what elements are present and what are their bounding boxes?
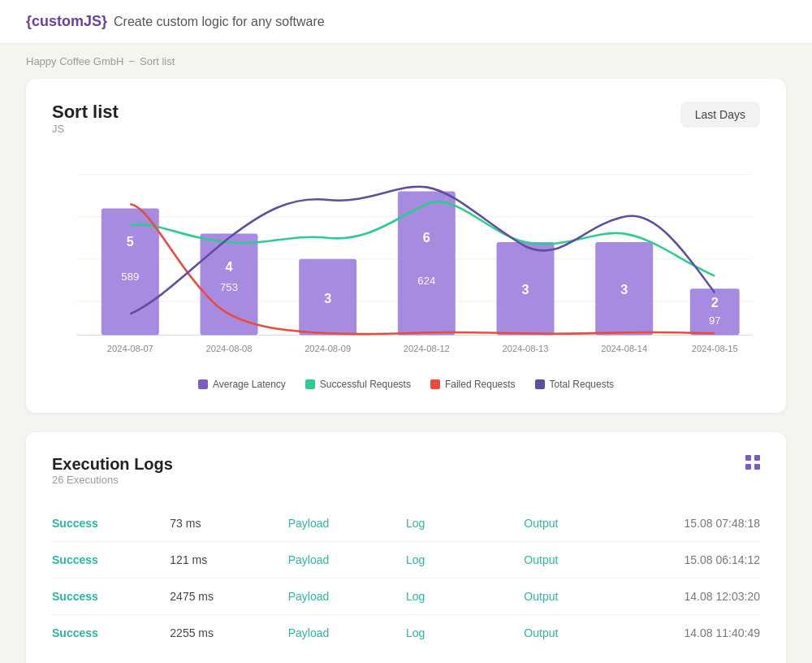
svg-text:753: 753 — [220, 281, 238, 293]
chart-card: Sort list JS Last Days 5 589 4 — [26, 79, 786, 413]
legend-label-successful-requests: Successful Requests — [320, 379, 411, 390]
log-output[interactable]: Output — [524, 553, 641, 566]
table-row: Success 2475 ms Payload Log Output 14.08… — [52, 578, 760, 615]
log-output[interactable]: Output — [524, 590, 641, 603]
legend-dot-total-requests — [535, 379, 545, 389]
log-table: Success 73 ms Payload Log Output 15.08 0… — [52, 505, 760, 651]
table-row: Success 121 ms Payload Log Output 15.08 … — [52, 542, 760, 578]
log-ms: 73 ms — [170, 517, 287, 530]
svg-text:624: 624 — [417, 275, 436, 287]
log-payload[interactable]: Payload — [288, 517, 406, 530]
chart-card-header: Sort list JS Last Days — [52, 102, 760, 151]
svg-text:5: 5 — [127, 234, 134, 249]
header: {customJS} Create custom logic for any s… — [0, 0, 812, 44]
log-timestamp: 14.08 12:03:20 — [642, 590, 760, 603]
log-log[interactable]: Log — [406, 517, 524, 530]
legend-failed-requests: Failed Requests — [430, 379, 516, 390]
breadcrumb: Happy Coffee GmbH − Sort list — [0, 44, 812, 79]
log-timestamp: 15.08 06:14:12 — [642, 553, 760, 566]
grid-icon[interactable] — [745, 455, 760, 470]
log-output[interactable]: Output — [524, 517, 641, 530]
exec-subtitle: 26 Executions — [52, 474, 173, 486]
svg-text:2024-08-09: 2024-08-09 — [304, 344, 351, 353]
chart-legend: Average Latency Successful Requests Fail… — [52, 379, 760, 390]
log-timestamp: 15.08 07:48:18 — [642, 517, 760, 530]
log-status: Success — [52, 590, 170, 603]
chart-container: 5 589 4 753 3 6 624 3 3 — [52, 158, 760, 369]
legend-label-failed-requests: Failed Requests — [445, 379, 516, 390]
svg-text:2024-08-12: 2024-08-12 — [404, 344, 450, 353]
logo: {customJS} — [26, 13, 107, 30]
svg-text:4: 4 — [225, 259, 233, 274]
log-timestamp: 14.08 11:40:49 — [642, 626, 760, 639]
svg-text:2024-08-07: 2024-08-07 — [107, 344, 153, 353]
log-log[interactable]: Log — [406, 590, 524, 603]
svg-text:3: 3 — [522, 282, 529, 297]
table-row: Success 2255 ms Payload Log Output 14.08… — [52, 615, 760, 651]
table-row: Success 73 ms Payload Log Output 15.08 0… — [52, 505, 760, 542]
log-log[interactable]: Log — [406, 626, 524, 639]
main-content: Sort list JS Last Days 5 589 4 — [0, 79, 812, 663]
exec-title: Execution Logs — [52, 455, 173, 474]
breadcrumb-parent[interactable]: Happy Coffee GmbH — [26, 55, 123, 67]
svg-text:97: 97 — [709, 314, 721, 327]
legend-label-average-latency: Average Latency — [213, 379, 286, 390]
header-tagline: Create custom logic for any software — [114, 15, 325, 29]
last-days-button[interactable]: Last Days — [680, 102, 760, 128]
svg-text:2: 2 — [711, 295, 719, 310]
log-ms: 2475 ms — [170, 590, 287, 603]
log-status: Success — [52, 626, 170, 639]
svg-text:589: 589 — [121, 271, 139, 283]
log-payload[interactable]: Payload — [288, 626, 406, 639]
log-payload[interactable]: Payload — [288, 590, 406, 603]
breadcrumb-separator: − — [128, 55, 135, 67]
svg-text:3: 3 — [324, 291, 331, 306]
svg-rect-13 — [398, 192, 456, 336]
log-status: Success — [52, 553, 170, 566]
svg-text:6: 6 — [423, 230, 430, 245]
legend-successful-requests: Successful Requests — [305, 379, 411, 390]
log-log[interactable]: Log — [406, 553, 524, 566]
log-ms: 2255 ms — [170, 626, 287, 639]
chart-svg: 5 589 4 753 3 6 624 3 3 — [52, 158, 760, 369]
log-status: Success — [52, 517, 170, 530]
exec-card: Execution Logs 26 Executions Success 73 … — [26, 432, 786, 663]
log-payload[interactable]: Payload — [288, 553, 406, 566]
svg-text:2024-08-13: 2024-08-13 — [503, 344, 549, 353]
svg-text:2024-08-15: 2024-08-15 — [692, 344, 738, 353]
legend-label-total-requests: Total Requests — [550, 379, 614, 390]
legend-dot-failed-requests — [430, 379, 440, 389]
log-ms: 121 ms — [170, 553, 287, 566]
svg-text:3: 3 — [620, 282, 628, 297]
exec-card-header: Execution Logs 26 Executions — [52, 455, 760, 502]
svg-text:2024-08-08: 2024-08-08 — [206, 344, 253, 353]
chart-subtitle: JS — [52, 123, 119, 135]
legend-dot-successful-requests — [305, 379, 315, 389]
legend-dot-average-latency — [198, 379, 208, 389]
legend-average-latency: Average Latency — [198, 379, 286, 390]
breadcrumb-current: Sort list — [140, 55, 175, 67]
log-output[interactable]: Output — [524, 626, 641, 639]
legend-total-requests: Total Requests — [535, 379, 614, 390]
chart-title: Sort list — [52, 102, 119, 123]
svg-text:2024-08-14: 2024-08-14 — [601, 344, 647, 353]
